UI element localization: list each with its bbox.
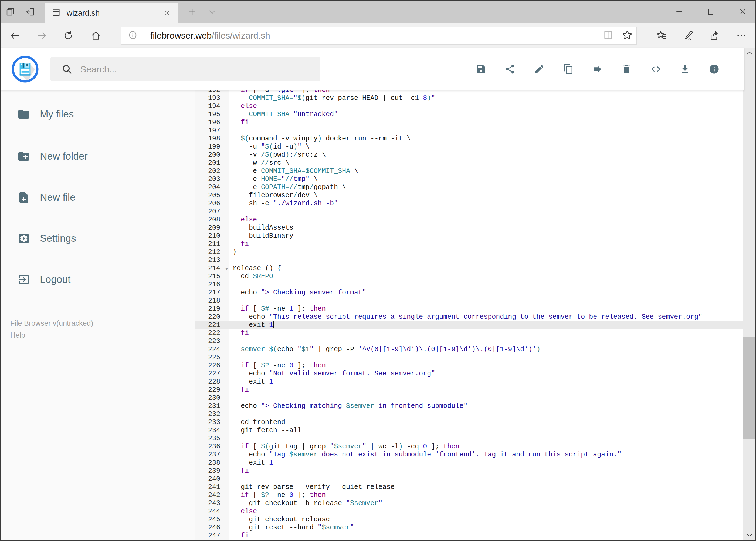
share-icon[interactable] [708, 30, 721, 42]
scroll-down-icon[interactable] [743, 530, 755, 539]
code-line[interactable]: 215 cd $REPO [195, 272, 744, 280]
code-line[interactable]: 234 git fetch --all [195, 426, 744, 435]
code-line[interactable]: 244 else [195, 507, 744, 516]
code-line[interactable]: 194 else [195, 102, 744, 111]
url-text[interactable]: filebrowser.web/files/wizard.sh [150, 31, 270, 41]
code-line[interactable]: 211 fi [195, 240, 744, 248]
maximize-icon[interactable] [700, 4, 722, 19]
code-view-button[interactable] [650, 64, 661, 75]
code-line[interactable]: 243 git checkout -b release "$semver" [195, 499, 744, 507]
code-line[interactable]: 217 echo "> Checking semver format" [195, 289, 744, 297]
back-icon[interactable] [9, 30, 21, 42]
code-line[interactable]: 242 if [ $? -ne 0 ]; then [195, 491, 744, 499]
set-tabs-aside-icon[interactable] [24, 6, 36, 17]
code-line[interactable]: 206 sh -c "./wizard.sh -b" [195, 200, 744, 208]
info-button[interactable] [709, 64, 720, 75]
code-line[interactable]: 204 -e GOPATH=//tmp/gopath \ [195, 184, 744, 192]
code-line[interactable]: 209 buildAssets [195, 224, 744, 232]
hub-icon[interactable] [655, 30, 668, 42]
forward-icon[interactable] [36, 30, 48, 42]
help-link[interactable]: Help [10, 329, 94, 341]
browser-tab[interactable]: wizard.sh [45, 3, 178, 23]
code-line[interactable]: 223 [195, 337, 744, 345]
code-line[interactable]: 229 fi [195, 386, 744, 394]
sidebar-item-logout[interactable]: Logout [1, 267, 195, 292]
code-line[interactable]: 197 [195, 127, 744, 135]
site-info-icon[interactable] [127, 30, 138, 42]
code-line[interactable]: 213 [195, 256, 744, 265]
code-line[interactable]: 196 fi [195, 119, 744, 127]
save-button[interactable] [476, 64, 486, 75]
code-line[interactable]: 207 [195, 208, 744, 216]
code-line[interactable]: 225 [195, 353, 744, 362]
code-line[interactable]: 200 -v /$(pwd):/src:z \ [195, 151, 744, 159]
code-line[interactable]: 216 [195, 280, 744, 289]
close-icon[interactable] [732, 4, 754, 19]
code-line[interactable]: 210 buildBinary [195, 232, 744, 240]
code-line[interactable]: 199 -u "$(id -u)" \ [195, 143, 744, 151]
tabs-chevron-icon[interactable] [206, 6, 218, 17]
refresh-icon[interactable] [62, 30, 75, 42]
code-line[interactable]: 201 -w //src \ [195, 159, 744, 167]
page-scrollbar[interactable] [743, 48, 755, 540]
code-line[interactable]: 247 fi [195, 532, 744, 540]
filebrowser-logo[interactable] [11, 55, 39, 83]
edit-button[interactable] [534, 64, 545, 75]
code-line[interactable]: 230 [195, 394, 744, 402]
code-line[interactable]: 239 fi [195, 467, 744, 475]
code-line[interactable]: 219 if [ $# -ne 1 ]; then [195, 305, 744, 313]
code-line[interactable]: 205 filebrowser/dev \ [195, 192, 744, 200]
code-editor[interactable]: 192 if [ -d ".git" ]; then193 COMMIT_SHA… [195, 91, 744, 540]
code-line[interactable]: 226 if [ $? -ne 0 ]; then [195, 362, 744, 370]
scroll-up-icon[interactable] [743, 49, 755, 58]
code-line[interactable]: 224 semver=$(echo "$1" | grep -P '^v(0|[… [195, 345, 744, 353]
code-line[interactable]: 237 echo "Tag $semver does not exist in … [195, 451, 744, 459]
code-line[interactable]: 241 git rev-parse --verify --quiet relea… [195, 483, 744, 491]
share-button[interactable] [505, 64, 516, 75]
minimize-icon[interactable] [668, 4, 690, 19]
code-line[interactable]: 238 exit 1 [195, 459, 744, 467]
code-line[interactable]: 192 if [ -d ".git" ]; then [195, 91, 744, 94]
sidebar-item-new-folder[interactable]: New folder [1, 144, 195, 169]
code-line[interactable]: 233 cd frontend [195, 418, 744, 426]
code-line[interactable]: 245 git checkout release [195, 516, 744, 524]
search-box[interactable] [51, 57, 320, 81]
code-line[interactable]: 228 exit 1 [195, 378, 744, 386]
new-tab-icon[interactable] [186, 6, 198, 17]
sidebar-item-settings[interactable]: Settings [1, 226, 195, 252]
code-line[interactable]: 203 -e HOME="//tmp" \ [195, 175, 744, 184]
code-line[interactable]: 218 [195, 297, 744, 305]
move-button[interactable] [592, 64, 603, 75]
code-line[interactable]: 208 else [195, 216, 744, 224]
code-line[interactable]: 240 [195, 475, 744, 483]
code-line[interactable]: 198 $(command -v winpty) docker run --rm… [195, 135, 744, 143]
close-tab-icon[interactable] [162, 8, 173, 18]
scrollbar-thumb[interactable] [743, 337, 755, 439]
fold-arrow-icon[interactable]: ▼ [225, 266, 227, 273]
sidebar-item-new-file[interactable]: New file [1, 185, 195, 211]
home-icon[interactable] [90, 30, 102, 42]
copy-button[interactable] [563, 64, 574, 75]
code-line[interactable]: 246 git reset --hard "$semver" [195, 524, 744, 532]
url-bar[interactable]: filebrowser.web/files/wizard.sh [121, 27, 637, 45]
search-input[interactable] [80, 64, 302, 75]
delete-button[interactable] [621, 64, 632, 75]
code-line[interactable]: 195 COMMIT_SHA="untracked" [195, 111, 744, 119]
code-line[interactable]: 222 fi [195, 329, 744, 337]
more-icon[interactable] [735, 30, 748, 42]
code-line[interactable]: 193 COMMIT_SHA="$(git rev-parse HEAD | c… [195, 94, 744, 102]
code-line[interactable]: 236 if [ $(git tag | grep "$semver" | wc… [195, 443, 744, 451]
code-line[interactable]: 231 echo "> Checking matching $semver in… [195, 402, 744, 410]
web-note-pen-icon[interactable] [682, 30, 695, 42]
download-button[interactable] [680, 64, 690, 75]
code-line[interactable]: 202 -e COMMIT_SHA=$COMMIT_SHA \ [195, 167, 744, 175]
sidebar-item-my-files[interactable]: My files [1, 101, 195, 127]
reading-view-icon[interactable] [603, 29, 614, 42]
code-line[interactable]: 235 [195, 435, 744, 443]
favorite-star-icon[interactable] [621, 29, 633, 42]
code-line[interactable]: 221 exit 1 [195, 321, 744, 329]
code-line[interactable]: 227 echo "Not valid semver format. See s… [195, 370, 744, 378]
code-line[interactable]: 232 [195, 410, 744, 418]
tab-preview-icon[interactable] [4, 6, 16, 17]
code-line[interactable]: 212} [195, 248, 744, 256]
